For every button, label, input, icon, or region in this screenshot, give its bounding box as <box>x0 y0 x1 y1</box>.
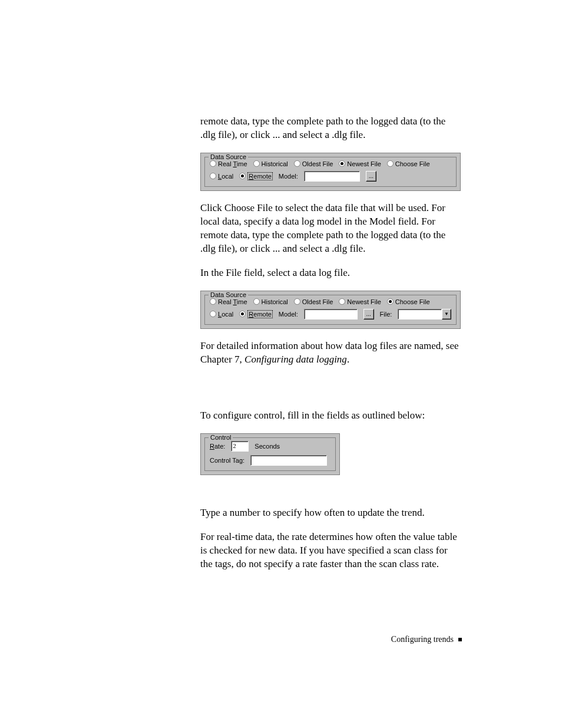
paragraph-type-number: Type a number to specify how often to up… <box>200 506 462 520</box>
radio-newest-file-2[interactable]: Newest File <box>339 298 381 305</box>
paragraph-choose-file: Click Choose File to select the data fil… <box>200 202 462 256</box>
control-legend: Control <box>209 434 233 441</box>
radio-local-2[interactable]: Local <box>210 311 233 318</box>
rate-input[interactable]: 2 <box>231 441 249 452</box>
radio-choose-file-2[interactable]: Choose File <box>387 298 430 305</box>
paragraph-realtime-rate: For real-time data, the rate determines … <box>200 531 462 571</box>
footer-text: Configuring trends <box>391 635 454 644</box>
seconds-label: Seconds <box>254 443 280 450</box>
paragraph-file-field: In the File field, select a data log fil… <box>200 266 462 280</box>
paragraph-configure-control: To configure control, fill in the fields… <box>200 409 462 423</box>
rate-label: Rate: <box>210 443 225 450</box>
radio-oldest-file[interactable]: Oldest File <box>294 160 333 167</box>
bullet-icon <box>458 638 462 641</box>
radio-local[interactable]: Local <box>210 173 233 180</box>
page-content: remote data, type the complete path to t… <box>0 0 562 571</box>
model-label-2: Model: <box>279 311 298 318</box>
radio-newest-file[interactable]: Newest File <box>339 160 381 167</box>
control-tag-label: Control Tag: <box>210 457 244 464</box>
radio-choose-file[interactable]: Choose File <box>387 160 430 167</box>
browse-button-2[interactable]: ... <box>363 309 374 319</box>
row-location-2: Local Remote Model: ... File: ▼ <box>205 308 456 324</box>
model-input-2[interactable] <box>304 309 358 319</box>
file-combo[interactable]: ▼ <box>398 309 451 319</box>
control-tag-input[interactable] <box>250 455 327 466</box>
groupbox-legend: Data Source <box>209 153 248 160</box>
browse-button[interactable]: ... <box>366 171 376 182</box>
model-label: Model: <box>279 173 298 180</box>
data-source-panel-choose: Data Source Real Time Historical Oldest … <box>200 291 461 329</box>
radio-realtime-2[interactable]: Real Time <box>210 298 247 305</box>
radio-remote[interactable]: Remote <box>239 172 273 180</box>
radio-historical[interactable]: Historical <box>253 160 288 167</box>
data-source-panel-newest: Data Source Real Time Historical Oldest … <box>200 153 461 191</box>
paragraph-remote-data: remote data, type the complete path to t… <box>200 115 462 142</box>
radio-oldest-file-2[interactable]: Oldest File <box>294 298 333 305</box>
control-panel: Control Rate: 2 Seconds Control Tag: <box>200 433 340 475</box>
chevron-down-icon[interactable]: ▼ <box>442 309 451 319</box>
page-footer: Configuring trends <box>391 635 462 644</box>
row-location: Local Remote Model: ... <box>205 170 456 186</box>
radio-historical-2[interactable]: Historical <box>253 298 288 305</box>
model-input[interactable] <box>304 171 360 182</box>
radio-realtime[interactable]: Real Time <box>210 160 247 167</box>
row-control-tag: Control Tag: <box>205 454 335 470</box>
paragraph-detailed-info: For detailed information about how data … <box>200 340 462 367</box>
radio-remote-2[interactable]: Remote <box>239 310 273 318</box>
file-label: File: <box>380 311 392 318</box>
groupbox-legend-2: Data Source <box>209 291 248 298</box>
